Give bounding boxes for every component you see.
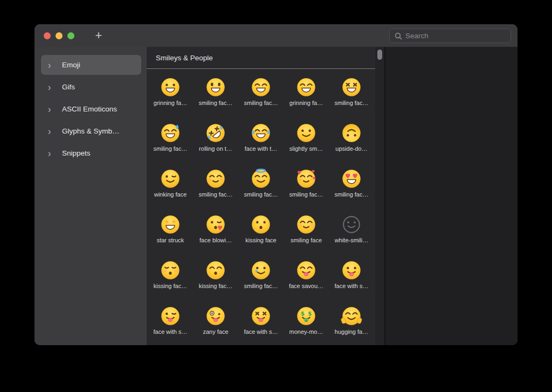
emoji-cell-face-with-tongue[interactable]: face with s… [329,260,374,306]
emoji-cell-white-smiling-face[interactable]: white-smili… [329,214,374,260]
sidebar-item-snippets[interactable]: ›Snippets [41,143,141,163]
emoji-label: smiling fac… [289,191,323,198]
svg-text:$: $ [305,319,307,322]
traffic-lights [44,32,74,39]
emoji-cell-smiling-face-with-tear[interactable]: smiling fac… [238,260,284,306]
emoji-cell-hugging-face[interactable]: hugging fa… [329,306,374,345]
hugging-face-icon [341,306,362,326]
slightly-smiling-face-icon [296,123,316,143]
emoji-cell-kissing-face-with-smiling-eyes[interactable]: kissing fac… [193,260,238,306]
emoji-cell-winking-face[interactable]: winking face [148,169,193,214]
svg-text:$: $ [301,311,305,317]
smiling-face-with-heart-eyes-icon [341,169,362,189]
emoji-panel: Smileys & People grinning fa…smiling fac… [147,47,384,345]
emoji-label: smiling fac… [244,100,278,106]
zoom-button[interactable] [67,32,74,39]
emoji-label: face with t… [245,145,278,152]
chevron-right-icon: › [48,82,56,92]
minimize-button[interactable] [56,32,63,39]
smiling-face-with-cold-sweat-icon [160,123,181,143]
emoji-cell-squinting-face-with-tongue[interactable]: face with s… [238,306,284,345]
winking-face-icon [160,169,181,189]
smiling-face-with-open-mouth-icon [205,77,226,97]
emoji-label: smiling fac… [244,283,278,289]
emoji-cell-smiling-face-with-halo[interactable]: smiling fac… [238,169,284,214]
app-window: + ›Emoji›Gifs›ASCII Emoticons›Glyphs & S… [34,24,518,345]
preview-panel [385,47,518,345]
scrollbar-track[interactable] [375,47,384,345]
emoji-cell-smiling-face-with-smiling-eyes[interactable]: smiling fac… [193,169,238,214]
emoji-cell-kissing-face-with-closed-eyes[interactable]: kissing fac… [148,260,193,306]
sidebar-item-label: ASCII Emoticons [62,105,117,113]
sidebar-item-glyphs-symb[interactable]: ›Glyphs & Symb… [41,121,141,141]
emoji-label: star struck [157,237,184,243]
kissing-face-icon [251,214,271,235]
emoji-cell-smiling-face-open-mouth-smiling-eyes[interactable]: smiling fac… [238,77,284,123]
section-title: Smileys & People [147,47,375,69]
close-button[interactable] [44,32,51,39]
emoji-cell-smiling-face-tightly-closed-eyes[interactable]: smiling fac… [329,77,374,123]
emoji-cell-winking-face-with-tongue[interactable]: face with s… [148,306,193,345]
emoji-cell-rolling-on-the-floor-laughing[interactable]: rolling on t… [193,123,238,169]
emoji-label: grinning fa… [289,100,323,106]
emoji-cell-kissing-face[interactable]: kissing face [238,214,284,260]
search-input[interactable] [405,32,506,40]
face-with-tears-of-joy-icon [251,123,271,143]
scrollbar-thumb[interactable] [377,50,382,60]
emoji-cell-grinning-face-with-smiling-eyes[interactable]: grinning fa… [284,77,329,123]
emoji-label: smiling fac… [335,100,369,106]
smiling-face-with-halo-icon [251,169,271,189]
money-mouth-face-icon: $$$ [296,306,316,326]
emoji-label: kissing fac… [199,283,232,289]
sidebar-item-ascii-emoticons[interactable]: ›ASCII Emoticons [41,99,141,119]
emoji-label: white-smili… [335,237,368,243]
emoji-cell-face-with-tears-of-joy[interactable]: face with t… [238,123,284,169]
emoji-label: upside-do… [335,145,367,152]
titlebar: + [34,24,518,47]
chevron-right-icon: › [48,104,56,114]
emoji-cell-slightly-smiling-face[interactable]: slightly sm… [284,123,329,169]
kissing-face-with-closed-eyes-icon [160,260,181,281]
emoji-label: hugging fa… [335,328,368,335]
smiling-face-icon [296,214,316,235]
emoji-label: winking face [154,191,187,198]
upside-down-face-icon [341,123,362,143]
emoji-label: rolling on t… [199,145,232,152]
emoji-label: face blowi… [199,237,232,243]
sidebar-item-label: Glyphs & Symb… [62,127,120,135]
smiling-face-with-smiling-eyes-icon [205,169,226,189]
svg-text:$: $ [308,311,312,317]
emoji-label: smiling face [291,237,322,243]
emoji-cell-grinning-face[interactable]: grinning fa… [148,77,193,123]
emoji-label: smiling fac… [154,145,188,152]
emoji-cell-smiling-face-with-heart-eyes[interactable]: smiling fac… [329,169,374,214]
kissing-face-with-smiling-eyes-icon [205,260,226,281]
emoji-label: smiling fac… [199,100,233,106]
sidebar-item-label: Snippets [62,149,91,157]
emoji-label: face savou… [289,283,323,289]
emoji-cell-face-blowing-a-kiss[interactable]: face blowi… [193,214,238,260]
emoji-cell-star-struck[interactable]: star struck [148,214,193,260]
emoji-cell-smiling-face-with-hearts[interactable]: smiling fac… [284,169,329,214]
rolling-on-the-floor-laughing-icon [205,123,226,143]
sidebar-item-gifs[interactable]: ›Gifs [41,77,141,97]
emoji-label: grinning fa… [154,100,187,106]
emoji-label: face with s… [335,283,369,289]
emoji-label: smiling fac… [199,191,233,198]
add-button[interactable]: + [92,24,106,47]
star-struck-icon [160,214,181,235]
emoji-cell-face-savouring-food[interactable]: face savou… [284,260,329,306]
emoji-cell-money-mouth-face[interactable]: $$$money-mo… [284,306,329,345]
grinning-face-icon [160,77,181,97]
emoji-cell-zany-face[interactable]: zany face [193,306,238,345]
emoji-label: zany face [203,328,228,335]
search-field[interactable] [389,29,511,43]
emoji-cell-smiling-face-with-cold-sweat[interactable]: smiling fac… [148,123,193,169]
emoji-grid: grinning fa…smiling fac…smiling fac…grin… [147,69,384,345]
emoji-cell-upside-down-face[interactable]: upside-do… [329,123,374,169]
sidebar-item-emoji[interactable]: ›Emoji [41,55,141,75]
emoji-cell-smiling-face[interactable]: smiling face [284,214,329,260]
emoji-cell-smiling-face-with-open-mouth[interactable]: smiling fac… [193,77,238,123]
emoji-label: kissing fac… [154,283,187,289]
emoji-label: face with s… [244,328,278,335]
